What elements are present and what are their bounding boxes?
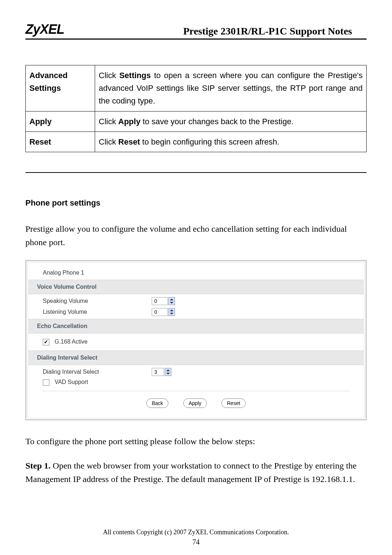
section-divider: [25, 172, 367, 173]
brand-logo: ZyXEL: [25, 22, 64, 37]
listening-volume-input[interactable]: [152, 308, 168, 316]
desc-bold: Apply: [118, 117, 140, 126]
desc-pre: Click: [99, 71, 119, 80]
echo-cancellation-header: Echo Cancellation: [28, 319, 364, 333]
back-button[interactable]: Back: [146, 398, 168, 408]
panel-title: Analog Phone 1: [28, 263, 364, 280]
panel-inner: Analog Phone 1 Voice Volume Control Spea…: [28, 263, 364, 417]
settings-description-table: Advanced Settings Click Settings to open…: [25, 65, 367, 152]
button-row: Back Apply Reset: [43, 391, 349, 417]
reset-button[interactable]: Reset: [221, 398, 246, 408]
spinner-icon[interactable]: [168, 297, 175, 305]
g168-label: G.168 Active: [54, 339, 87, 345]
table-row: Apply Click Apply to save your changes b…: [26, 111, 367, 131]
vad-row: VAD Support: [28, 379, 364, 391]
desc-bold: Reset: [118, 137, 140, 146]
row-label: Advanced Settings: [26, 65, 95, 112]
row-label: Reset: [26, 131, 95, 152]
phone-port-settings-panel: Analog Phone 1 Voice Volume Control Spea…: [25, 260, 367, 420]
step-1-label: Step 1.: [25, 461, 50, 470]
apply-button[interactable]: Apply: [183, 398, 207, 408]
desc-post: to begin configuring this screen afresh.: [140, 137, 279, 146]
row-desc: Click Reset to begin configuring this sc…: [95, 131, 367, 152]
step-1: Step 1. Open the web browser from your w…: [25, 459, 367, 486]
dialing-interval-header: Dialing Interval Select: [28, 351, 364, 365]
desc-post: to save your changes back to the Prestig…: [140, 117, 294, 126]
speaking-volume-input[interactable]: [152, 297, 168, 305]
spinner-icon[interactable]: [165, 368, 171, 376]
spinner-icon[interactable]: [168, 308, 175, 316]
vad-checkbox[interactable]: [43, 379, 49, 386]
speaking-volume-label: Speaking Volume: [43, 298, 152, 304]
listening-volume-label: Listening Volume: [43, 309, 152, 315]
section-heading: Phone port settings: [25, 198, 367, 208]
speaking-volume-row: Speaking Volume: [28, 294, 364, 308]
row-desc: Click Apply to save your changes back to…: [95, 111, 367, 131]
g168-row: G.168 Active: [28, 333, 364, 351]
step-1-text: Open the web browser from your workstati…: [25, 461, 356, 484]
desc-pre: Click: [99, 117, 118, 126]
table-row: Advanced Settings Click Settings to open…: [26, 65, 367, 112]
row-desc: Click Settings to open a screen where yo…: [95, 65, 367, 112]
page: ZyXEL Prestige 2301R/RL-P1C Support Note…: [0, 0, 392, 555]
desc-bold: Settings: [119, 71, 151, 80]
listening-volume-row: Listening Volume: [28, 308, 364, 319]
page-header: ZyXEL Prestige 2301R/RL-P1C Support Note…: [25, 22, 367, 40]
document-title: Prestige 2301R/RL-P1C Support Notes: [183, 25, 352, 37]
row-label: Apply: [26, 111, 95, 131]
g168-checkbox[interactable]: [43, 339, 49, 345]
dialing-interval-label: Dialing Interval Select: [43, 369, 152, 375]
dialing-interval-row: Dialing Interval Select: [28, 365, 364, 379]
desc-pre: Click: [99, 137, 118, 146]
vad-label: VAD Support: [54, 379, 88, 385]
copyright-footer: All contents Copyright (c) 2007 ZyXEL Co…: [0, 528, 392, 536]
steps-lead: To configure the phone port setting plea…: [25, 435, 367, 448]
page-number: 74: [0, 538, 392, 546]
section-intro: Prestige allow you to configure the volu…: [25, 222, 367, 249]
dialing-interval-input[interactable]: [152, 368, 164, 376]
table-row: Reset Click Reset to begin configuring t…: [26, 131, 367, 152]
voice-volume-header: Voice Volume Control: [28, 280, 364, 294]
